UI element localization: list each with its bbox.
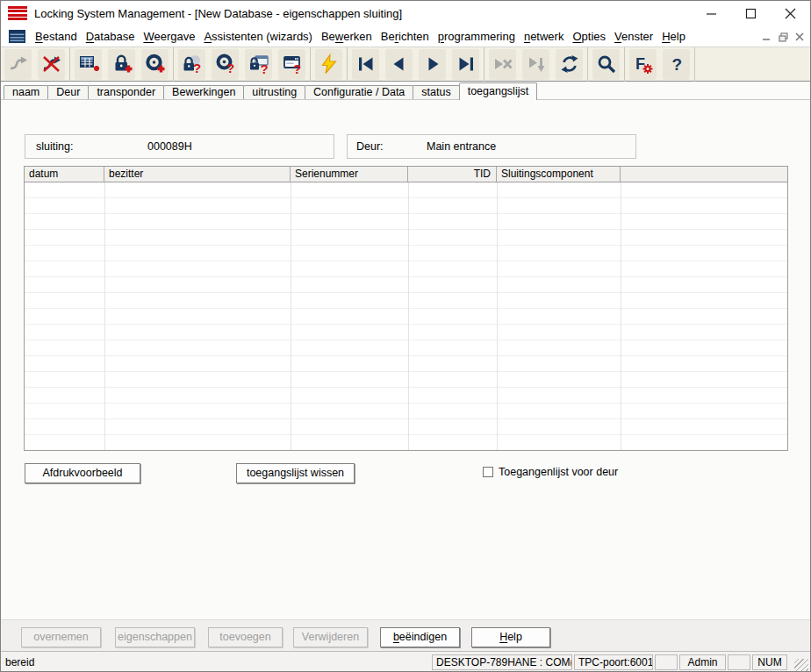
status-user: Admin	[679, 654, 726, 670]
menu-berichten[interactable]: Berichten	[381, 27, 429, 46]
transfer-arrow-icon	[4, 49, 32, 80]
tab-strip: naam Deur transponder Bewerkingen uitrus…	[1, 82, 810, 100]
skip-down-icon	[522, 49, 549, 80]
column-header-serienummer[interactable]: Serienummer	[291, 167, 408, 182]
close-icon[interactable]	[771, 1, 810, 25]
column-header-bezitter[interactable]: bezitter	[104, 167, 291, 182]
verwijderen-button: Verwijderen	[293, 627, 368, 647]
title-bar: Locking System Management - [New Databas…	[1, 1, 810, 25]
tab-transponder[interactable]: transponder	[88, 85, 164, 99]
search-icon[interactable]	[592, 49, 620, 80]
column-header-tid[interactable]: TID	[408, 167, 497, 182]
menu-help[interactable]: Help	[662, 27, 685, 46]
access-list-body[interactable]	[25, 182, 787, 450]
overnemen-button: overnemen	[21, 627, 101, 647]
new-locking-system-icon[interactable]	[75, 49, 102, 80]
menu-bar: Bestand Database Weergave Assistenten (w…	[1, 25, 810, 46]
tab-bewerkingen[interactable]: Bewerkingen	[163, 85, 244, 99]
maximize-icon[interactable]	[731, 1, 771, 25]
lock-field-group: sluiting: 000089H	[25, 134, 334, 159]
clear-access-list-button[interactable]: toegangslijst wissen	[236, 463, 355, 483]
column-header-sluitingscomponent[interactable]: Sluitingscomponent	[497, 167, 621, 182]
tab-status[interactable]: status	[413, 85, 459, 99]
door-field-group: Deur: Main entrance	[347, 134, 636, 159]
access-list-table: datum bezitter Serienummer TID Sluitings…	[24, 166, 788, 451]
status-tcp-port: TPC-poort:6001	[574, 654, 653, 670]
tab-page-toegangslijst: sluiting: 000089H Deur: Main entrance da…	[1, 100, 810, 619]
column-header-empty[interactable]	[621, 167, 787, 182]
previous-record-icon[interactable]	[385, 49, 413, 80]
program-icon[interactable]	[315, 49, 342, 80]
status-message: bereid	[5, 656, 34, 668]
menu-opties[interactable]: Opties	[572, 27, 606, 46]
lock-label: sluiting:	[36, 140, 73, 153]
svg-text:?: ?	[260, 61, 268, 75]
mdi-minimize-icon[interactable]	[759, 31, 773, 43]
menu-programmering[interactable]: programmering	[438, 27, 515, 46]
document-window-icon	[8, 29, 26, 44]
tab-naam[interactable]: naam	[4, 85, 48, 99]
read-window-icon[interactable]: ?	[278, 49, 305, 80]
menu-assistenten[interactable]: Assistenten (wizards)	[204, 27, 312, 46]
menu-bestand[interactable]: Bestand	[35, 27, 77, 46]
svg-text:?: ?	[293, 61, 301, 75]
mdi-restore-icon[interactable]	[776, 31, 790, 43]
tab-uitrusting[interactable]: uitrusting	[243, 85, 305, 99]
tab-toegangslijst[interactable]: toegangslijst	[459, 82, 538, 100]
svg-text:?: ?	[226, 61, 234, 75]
beeindigen-button[interactable]: beëindigen	[380, 627, 460, 647]
tab-configuratie-data[interactable]: Configuratie / Data	[305, 85, 413, 99]
tab-deur[interactable]: Deur	[47, 85, 89, 99]
toolbar: ? ? ? ?	[1, 46, 810, 82]
menu-database[interactable]: Database	[86, 27, 135, 46]
lock-value: 000089H	[147, 140, 192, 153]
access-list-for-door-label: Toegangenlijst voor deur	[499, 466, 618, 478]
svg-text:?: ?	[671, 55, 682, 74]
eigenschappen-button: eigenschappen	[115, 627, 195, 647]
menu-netwerk[interactable]: netwerk	[524, 27, 564, 46]
resize-grip-icon[interactable]	[794, 659, 808, 672]
status-bar: bereid DESKTOP-789HANE : COM(*) TPC-poor…	[1, 651, 810, 672]
read-access-list-icon[interactable]: ?	[245, 49, 272, 80]
door-value: Main entrance	[427, 140, 496, 153]
print-preview-button[interactable]: Afdrukvoorbeeld	[25, 463, 140, 483]
status-connection: DESKTOP-789HANE : COM(*)	[432, 654, 572, 670]
app-window: Locking System Management - [New Databas…	[0, 0, 811, 672]
svg-text:F: F	[635, 55, 645, 73]
access-list-for-door-checkbox[interactable]	[483, 467, 493, 477]
last-record-icon[interactable]	[452, 49, 479, 80]
skip-cancel-icon	[489, 49, 516, 80]
read-transponder-icon[interactable]: ?	[212, 49, 239, 80]
refresh-icon[interactable]	[556, 49, 583, 80]
status-empty-2	[728, 654, 750, 670]
minimize-icon[interactable]	[692, 1, 731, 25]
new-transponder-icon[interactable]	[141, 49, 169, 80]
app-logo-icon	[8, 6, 27, 21]
access-list-header: datum bezitter Serienummer TID Sluitings…	[25, 167, 787, 182]
help-button[interactable]: Help	[471, 627, 550, 647]
help-icon[interactable]: ?	[663, 49, 690, 80]
disconnect-icon[interactable]	[38, 49, 65, 80]
mdi-close-icon[interactable]	[793, 31, 807, 43]
first-record-icon[interactable]	[352, 49, 379, 80]
menu-venster[interactable]: Venster	[614, 27, 653, 46]
window-title: Locking System Management - [New Databas…	[34, 7, 402, 20]
footer-button-bar: overnemen eigenschappen toevoegen Verwij…	[1, 619, 810, 651]
new-lock-icon[interactable]	[108, 49, 135, 80]
menu-bewerken[interactable]: Bewerken	[321, 27, 372, 46]
svg-text:?: ?	[193, 61, 201, 75]
status-num-lock: NUM	[752, 654, 787, 670]
toevoegen-button: toevoegen	[208, 627, 283, 647]
column-header-datum[interactable]: datum	[25, 167, 104, 182]
next-record-icon[interactable]	[419, 49, 446, 80]
filter-settings-icon[interactable]: F	[629, 49, 657, 80]
door-label: Deur:	[356, 140, 384, 153]
status-empty-1	[655, 654, 678, 670]
menu-weergave[interactable]: Weergave	[143, 27, 195, 46]
read-lock-icon[interactable]: ?	[178, 49, 205, 80]
